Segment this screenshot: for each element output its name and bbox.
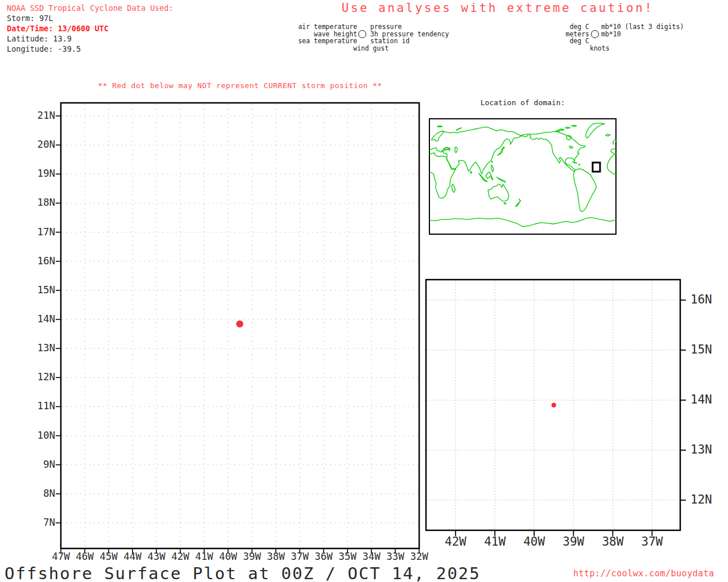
- station-legend-left-column: air temperaturewave heightsea temperatur…: [245, 23, 357, 45]
- station-legend-item: sea temperature: [245, 38, 357, 45]
- main-lat-label: 10N: [22, 430, 55, 441]
- coastline: [586, 123, 605, 138]
- zoom-lat-label: 16N: [690, 293, 728, 306]
- offshore-surface-plot-page: NOAA SSD Tropical Cyclone Data Used: Sto…: [0, 0, 728, 582]
- main-lat-label: 9N: [22, 459, 55, 470]
- coastline: [437, 126, 442, 127]
- units-legend-item: mb*10: [601, 31, 684, 38]
- coastline: [566, 135, 571, 140]
- storm-info-block: NOAA SSD Tropical Cyclone Data Used: Sto…: [7, 3, 173, 54]
- storm-longitude-line: Longitude: -39.5: [7, 44, 173, 54]
- zoom-lat-label: 15N: [690, 343, 728, 356]
- station-legend-item: pressure: [370, 23, 449, 31]
- coastline: [504, 203, 506, 204]
- coastline: [444, 148, 450, 149]
- main-lat-label: 14N: [22, 313, 55, 325]
- coastline: [607, 154, 617, 174]
- coastline: [429, 127, 528, 174]
- main-lat-label: 13N: [22, 342, 55, 354]
- coastline: [486, 172, 491, 178]
- main-lat-label: 15N: [22, 284, 55, 296]
- data-source-line: NOAA SSD Tropical Cyclone Data Used:: [7, 3, 173, 13]
- coastline: [573, 169, 596, 212]
- main-lat-label: 11N: [22, 400, 55, 411]
- units-legend-item: deg C: [532, 23, 589, 31]
- zoom-lat-label: 13N: [690, 443, 728, 456]
- coastline: [455, 147, 458, 153]
- coastline: [606, 134, 610, 136]
- coastline: [429, 218, 616, 227]
- coastline: [456, 128, 461, 131]
- coastline: [515, 199, 520, 207]
- zoom-lat-label: 14N: [690, 393, 728, 406]
- main-lat-label: 16N: [22, 255, 55, 267]
- storm-dot-main: [236, 321, 243, 327]
- coastline: [556, 130, 560, 131]
- main-lat-label: 7N: [22, 517, 55, 528]
- coastline: [569, 147, 573, 148]
- main-lat-label: 12N: [22, 371, 55, 383]
- storm-id-line: Storm: 97L: [7, 13, 173, 23]
- units-legend-right-column: mb*10 (last 3 digits)mb*10: [601, 23, 684, 38]
- coastline: [491, 161, 493, 162]
- storm-latitude-line: Latitude: 13.9: [7, 34, 173, 44]
- coastline: [529, 132, 585, 172]
- coastline: [613, 139, 617, 144]
- main-lat-label: 21N: [22, 110, 55, 121]
- coastline: [470, 172, 472, 173]
- coastline: [611, 149, 616, 153]
- coastline: [432, 131, 444, 141]
- source-url-text: http://coolwx.com/buoydata: [573, 568, 714, 579]
- coastline: [573, 162, 577, 163]
- storm-dot-zoom: [552, 403, 556, 408]
- zoom-lon-label: 37W: [628, 535, 676, 548]
- main-lon-label: 32W: [402, 551, 436, 562]
- station-legend-item: station id: [370, 38, 449, 45]
- station-legend-wind-gust: wind gust: [353, 45, 388, 52]
- station-legend-right-column: pressure3h pressure tendencystation id: [370, 23, 449, 45]
- page-title: Offshore Surface Plot at 00Z / OCT 14, 2…: [5, 564, 481, 582]
- coastline: [497, 147, 504, 156]
- coastline: [497, 177, 506, 182]
- coastline: [491, 176, 493, 180]
- zoom-lat-label: 12N: [690, 493, 728, 506]
- domain-map-title: Location of domain:: [429, 98, 616, 107]
- units-legend-knots: knots: [590, 45, 610, 52]
- coastline: [479, 173, 487, 182]
- storm-position-warning: ** Red dot below may NOT represent CURRE…: [61, 81, 419, 90]
- main-lat-label: 17N: [22, 226, 55, 238]
- station-legend-item: air temperature: [245, 23, 357, 31]
- coastline: [488, 184, 508, 202]
- units-circle-icon: [591, 30, 599, 38]
- coastline: [572, 125, 577, 126]
- units-legend-left-column: deg Cmetersdeg C: [532, 23, 589, 45]
- coastline: [452, 184, 455, 193]
- coastline: [578, 164, 580, 165]
- units-legend-item: mb*10 (last 3 digits): [601, 23, 684, 31]
- main-lat-label: 18N: [22, 197, 55, 208]
- domain-rectangle: [593, 163, 600, 172]
- station-circle-icon: [358, 30, 366, 38]
- storm-datetime-line: Date/Time: 13/0600 UTC: [7, 23, 173, 34]
- coastline: [429, 153, 456, 198]
- coastline: [559, 129, 564, 130]
- main-lat-label: 20N: [22, 139, 55, 150]
- units-legend-item: deg C: [532, 38, 589, 45]
- caution-title: Use analyses with extreme caution!: [341, 1, 654, 15]
- main-lat-label: 19N: [22, 168, 55, 179]
- coastline: [565, 127, 570, 128]
- coastline: [491, 165, 494, 172]
- main-lat-label: 8N: [22, 488, 55, 499]
